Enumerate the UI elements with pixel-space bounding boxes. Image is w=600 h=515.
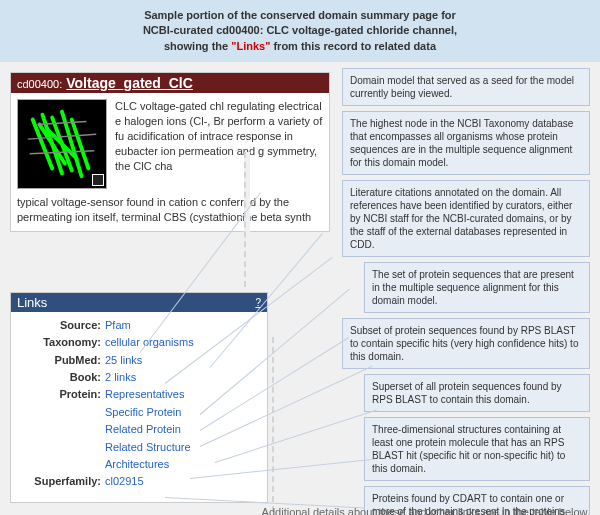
label-source: Source: (17, 318, 105, 333)
link-protein-architectures[interactable]: Architectures (105, 457, 169, 472)
header-line3-suffix: from this record to related data (270, 40, 436, 52)
domain-name-link[interactable]: Voltage_gated_ClC (66, 75, 193, 91)
link-superfamily[interactable]: cl02915 (105, 474, 144, 489)
annot-specific: Subset of protein sequences found by RPS… (342, 318, 590, 369)
torn-edge-icon (272, 337, 278, 512)
annot-source: Domain model that served as a seed for t… (342, 68, 590, 106)
links-title: Links (17, 295, 47, 310)
domain-accession: cd00400: (17, 78, 62, 90)
zoom-icon[interactable] (92, 174, 104, 186)
domain-summary-card: cd00400: Voltage_gated_ClC (10, 72, 330, 232)
links-header: Links ? (11, 293, 267, 312)
domain-description-cont: typical voltage-sensor found in cation c… (11, 195, 329, 231)
link-pubmed[interactable]: 25 links (105, 353, 142, 368)
label-superfamily: Superfamily: (17, 474, 105, 489)
torn-edge-icon (244, 152, 250, 287)
label-protein: Protein: (17, 387, 105, 402)
label-taxonomy: Taxonomy: (17, 335, 105, 350)
structure-thumbnail[interactable] (17, 99, 107, 189)
domain-header: cd00400: Voltage_gated_ClC (11, 73, 329, 93)
link-protein-specific[interactable]: Specific Protein (105, 405, 181, 420)
footnote: Additional details about these and other… (262, 506, 590, 515)
label-book: Book: (17, 370, 105, 385)
header-links-word: "Links" (231, 40, 270, 52)
links-box: Links ? Source:Pfam Taxonomy:cellular or… (10, 292, 268, 503)
links-help-icon[interactable]: ? (255, 297, 261, 308)
header-line1: Sample portion of the conserved domain s… (144, 9, 456, 21)
annot-pubmed: Literature citations annotated on the do… (342, 180, 590, 257)
annot-representatives: The set of protein sequences that are pr… (364, 262, 590, 313)
header-caption: Sample portion of the conserved domain s… (0, 0, 600, 62)
header-line3-prefix: showing the (164, 40, 231, 52)
link-protein-representatives[interactable]: Representatives (105, 387, 185, 402)
link-book[interactable]: 2 links (105, 370, 136, 385)
link-protein-related-structure[interactable]: Related Structure (105, 440, 191, 455)
header-line2: NCBI-curated cd00400: CLC voltage-gated … (143, 24, 457, 36)
annot-related-structure: Three-dimensional structures containing … (364, 417, 590, 481)
label-pubmed: PubMed: (17, 353, 105, 368)
link-protein-related[interactable]: Related Protein (105, 422, 181, 437)
domain-description: CLC voltage-gated chl regulating electri… (115, 99, 323, 189)
link-taxonomy[interactable]: cellular organisms (105, 335, 194, 350)
annot-taxonomy: The highest node in the NCBI Taxonomy da… (342, 111, 590, 175)
annot-related-protein: Superset of all protein sequences found … (364, 374, 590, 412)
link-source[interactable]: Pfam (105, 318, 131, 333)
